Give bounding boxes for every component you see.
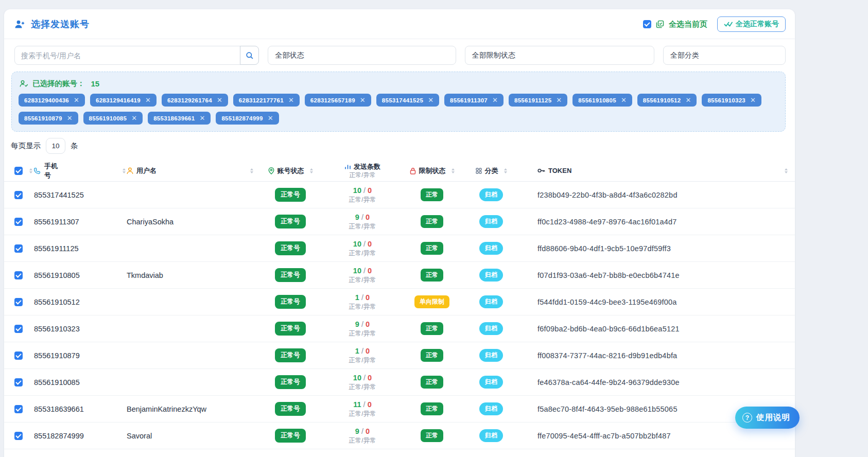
sort-icon[interactable]: [785, 168, 788, 173]
normal-count: 10: [353, 267, 361, 275]
row-checkbox[interactable]: [14, 218, 23, 226]
cell-phone: 85561910879: [33, 351, 126, 360]
usage-help-label: 使用说明: [756, 412, 790, 423]
normal-count: 1: [355, 293, 359, 302]
account-chip: 85561910879 ✕: [19, 112, 78, 125]
limit-status-badge: 正常: [421, 349, 443, 362]
chip-close-icon[interactable]: ✕: [199, 115, 205, 121]
chip-close-icon[interactable]: ✕: [131, 115, 137, 121]
column-header-username[interactable]: 用户名: [126, 166, 259, 175]
sort-icon[interactable]: [310, 168, 313, 173]
limit-status-badge: 正常: [421, 322, 443, 335]
account-chip-number: 85561910879: [24, 115, 62, 121]
column-header-status[interactable]: 账号状态: [259, 166, 321, 175]
status-filter-select[interactable]: 全部状态: [268, 46, 456, 65]
limit-status-badge: 正常: [421, 429, 443, 442]
person-icon: [127, 167, 133, 174]
sort-icon[interactable]: [504, 168, 507, 173]
status-filter-value: 全部状态: [275, 51, 304, 60]
account-chip-number: 85561910085: [89, 115, 127, 121]
cell-phone: 85561910805: [33, 271, 126, 279]
cell-username: BenjaminKatrinezkzYqw: [126, 405, 259, 413]
row-checkbox[interactable]: [14, 432, 23, 440]
limit-status-badge: 正常: [421, 215, 443, 228]
row-checkbox[interactable]: [14, 351, 23, 360]
row-checkbox[interactable]: [14, 271, 23, 279]
column-header-limit-status[interactable]: 限制状态: [404, 166, 460, 175]
cell-send-count: 10 / 0 正常/异常: [349, 373, 376, 392]
cell-token: ff0c1d23-4988-4e97-8976-4ac16f01a4d7: [522, 218, 795, 226]
chip-close-icon[interactable]: ✕: [428, 97, 433, 103]
abnormal-count: 0: [366, 213, 370, 221]
account-status-badge: 正常号: [275, 402, 306, 416]
selected-accounts-label: 已选择的账号：: [32, 79, 85, 89]
account-chip-number: 6283129416419: [96, 97, 141, 103]
cell-phone: 85561911307: [33, 218, 126, 226]
chip-close-icon[interactable]: ✕: [67, 115, 73, 121]
sort-icon[interactable]: [29, 168, 32, 173]
bar-chart-icon: [344, 163, 351, 170]
row-checkbox[interactable]: [14, 298, 23, 306]
column-header-phone[interactable]: 手机号: [33, 162, 126, 180]
column-header-send-count[interactable]: 发送条数 正常/异常: [321, 162, 404, 180]
sort-icon[interactable]: [452, 168, 455, 173]
select-normal-accounts-button[interactable]: 全选正常账号: [717, 16, 786, 32]
chip-close-icon[interactable]: ✕: [288, 97, 294, 103]
column-label-status: 账号状态: [277, 166, 304, 175]
page-size-suffix: 条: [71, 141, 78, 151]
normal-count: 10: [353, 240, 361, 248]
account-chip: 6283129416419 ✕: [90, 94, 157, 107]
cell-token: f07d1f93-03a6-4eb7-bb8b-e0ecb6b4741e: [522, 271, 795, 279]
chip-close-icon[interactable]: ✕: [74, 97, 79, 103]
account-chip-number: 855318639661: [153, 115, 195, 121]
chip-close-icon[interactable]: ✕: [492, 97, 498, 103]
row-checkbox[interactable]: [14, 191, 23, 199]
chip-close-icon[interactable]: ✕: [556, 97, 562, 103]
count-ratio-label: 正常/异常: [349, 303, 376, 312]
account-chip-number: 85561911307: [450, 97, 488, 103]
row-checkbox[interactable]: [14, 325, 23, 333]
filter-bar: 全部状态 全部限制状态 全部分类: [4, 39, 795, 71]
page-size-prefix: 每页显示: [11, 141, 41, 151]
search-input[interactable]: [14, 46, 240, 65]
chip-close-icon[interactable]: ✕: [685, 97, 691, 103]
account-chip-number: 6283129400436: [24, 97, 69, 103]
category-filter-select[interactable]: 全部分类: [663, 46, 786, 65]
limit-status-filter-select[interactable]: 全部限制状态: [465, 46, 654, 65]
chip-close-icon[interactable]: ✕: [360, 97, 366, 103]
select-current-page-checkbox[interactable]: [643, 20, 651, 28]
category-badge: 归档: [479, 295, 503, 308]
row-checkbox[interactable]: [14, 405, 23, 413]
select-all-checkbox[interactable]: [14, 167, 23, 175]
chip-close-icon[interactable]: ✕: [268, 115, 273, 121]
row-checkbox[interactable]: [14, 378, 23, 386]
select-current-page-label[interactable]: 全选当前页: [669, 20, 707, 29]
sort-icon[interactable]: [250, 168, 253, 173]
normal-count: 9: [355, 213, 359, 221]
chip-close-icon[interactable]: ✕: [750, 97, 756, 103]
cell-send-count: 11 / 0 正常/异常: [349, 399, 376, 419]
account-chip: 855317441525 ✕: [376, 94, 439, 107]
chip-close-icon[interactable]: ✕: [217, 97, 222, 103]
count-ratio-label: 正常/异常: [349, 436, 376, 446]
usage-help-button[interactable]: ? 使用说明: [735, 407, 800, 429]
table-body: 855317441525 正常号 10 / 0 正常/异常: [4, 182, 795, 449]
account-chip: 85561910805 ✕: [572, 94, 632, 107]
row-checkbox[interactable]: [14, 244, 23, 253]
cell-send-count: 9 / 0 正常/异常: [349, 212, 376, 232]
abnormal-count: 0: [366, 347, 370, 355]
account-status-badge: 正常号: [275, 188, 306, 202]
page-title: 选择发送账号: [31, 18, 90, 30]
column-label-send-count: 发送条数: [354, 162, 380, 171]
page-size-input[interactable]: [46, 138, 65, 154]
search-button[interactable]: [240, 46, 259, 65]
cell-send-count: 9 / 0 正常/异常: [349, 319, 376, 339]
column-header-category[interactable]: 分类: [460, 166, 522, 175]
category-badge: 归档: [479, 215, 503, 228]
column-header-token[interactable]: TOKEN: [522, 167, 795, 174]
chip-close-icon[interactable]: ✕: [621, 97, 627, 103]
chip-close-icon[interactable]: ✕: [145, 97, 151, 103]
account-chip: 6283122177761 ✕: [233, 94, 300, 107]
cell-token: ffd88606-9b40-4df1-9cb5-10e97df59ff3: [522, 244, 795, 253]
user-check-icon: [20, 80, 28, 87]
